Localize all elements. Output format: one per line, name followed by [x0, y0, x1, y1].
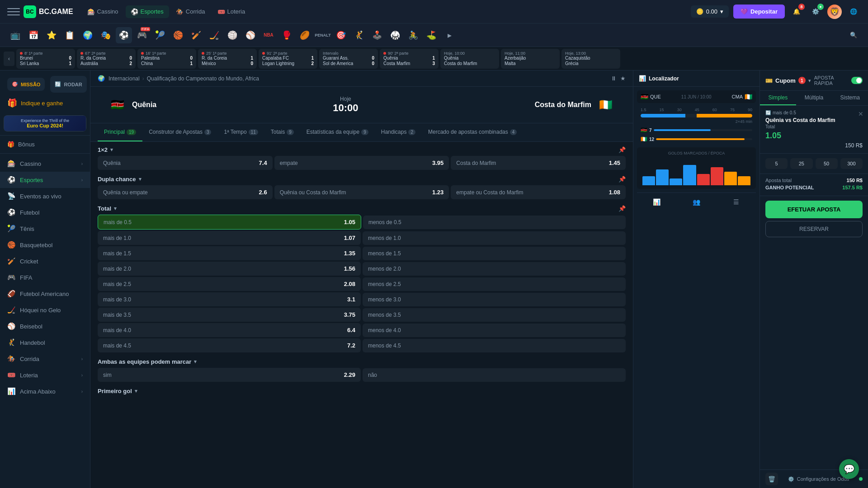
sidebar-item-basquetebol[interactable]: 🏀 Basquetebol [0, 237, 90, 253]
ambas-nao-cell[interactable]: não [363, 368, 626, 382]
amount-btn-50[interactable]: 50 [816, 158, 838, 169]
sidebar-item-corrida[interactable]: 🏇 Corrida › [0, 351, 90, 367]
delete-coupon-button[interactable]: 🗑️ [765, 473, 778, 485]
total-pin-icon[interactable]: 📌 [618, 205, 626, 212]
draw-bet-cell[interactable]: empate 3.95 [274, 156, 449, 170]
tab-1tempo[interactable]: 1ª Tempo 11 [217, 123, 264, 141]
handball-btn[interactable]: 🤾 [351, 27, 367, 43]
mais-25-cell[interactable]: mais de 2.5 2.08 [98, 277, 361, 291]
live-match-4[interactable]: 91' 2ª parte Capalaba FC1 Logan Lightnin… [259, 49, 317, 69]
coupon-tab-multipla[interactable]: Múltipla [796, 91, 832, 105]
hockey-btn[interactable]: 🏒 [206, 27, 222, 43]
live-match-0[interactable]: 8' 1ª parte Brunei0 Sri Lanka1 [16, 49, 75, 69]
soccer-btn[interactable]: ⚽ [116, 27, 132, 43]
sidebar-item-hoquei[interactable]: 🏒 Hóquei no Gelo [0, 302, 90, 318]
loc-tab-stats[interactable]: 📊 [650, 197, 664, 207]
esports2-btn[interactable]: 🕹️ [369, 27, 385, 43]
sidebar-item-cassino[interactable]: 🎰 Cassino › [0, 155, 90, 172]
tab-mercado[interactable]: Mercado de apostas combinadas 4 [422, 123, 523, 141]
balance-display[interactable]: 🪙 0.00 ▾ [691, 5, 729, 18]
menos-25-cell[interactable]: menos de 2.5 [363, 277, 626, 291]
basketball-btn[interactable]: 🏀 [170, 27, 186, 43]
sidebar-item-eventos[interactable]: 📡 Eventos ao vivo [0, 188, 90, 204]
tab-handicaps[interactable]: Handicaps 2 [375, 123, 422, 141]
world-sport-btn[interactable]: 🌍 [80, 27, 96, 43]
volleyball-btn[interactable]: 🏐 [224, 27, 241, 43]
live-match-1[interactable]: 67' 2ª parte R. da Coreia0 Austrália2 [77, 49, 136, 69]
tab-estatisticas[interactable]: Estatísticas da equipe 9 [300, 123, 375, 141]
sidebar-item-futebol-americano[interactable]: 🏈 Futebol Americano [0, 286, 90, 302]
mais-35-cell[interactable]: mais de 3.5 3.75 [98, 308, 361, 322]
breadcrumb-internacional[interactable]: Internacional [108, 75, 140, 82]
menos-05-cell[interactable]: menos de 0.5 [363, 216, 626, 229]
mais-10-cell[interactable]: mais de 1.0 1.07 [98, 231, 361, 245]
amount-btn-300[interactable]: 300 [840, 158, 863, 169]
live-match-5[interactable]: Intervalo Guarani Ass.0 Sol de America0 [319, 49, 378, 69]
tab-totais[interactable]: Totais 9 [264, 123, 300, 141]
sidebar-item-beisebol[interactable]: ⚾ Beisebol [0, 318, 90, 334]
sidebar-item-futebol[interactable]: ⚽ Futebol [0, 204, 90, 221]
euro-promo-banner[interactable]: Experience the Thrill of theEuro Cup 202… [4, 115, 86, 131]
tennis-btn[interactable]: 🎾 [152, 27, 168, 43]
menos-40-cell[interactable]: menos de 4.0 [363, 324, 626, 337]
cycling-btn[interactable]: 🚴 [405, 27, 421, 43]
nav-loteria[interactable]: 🎟️ Loteria [212, 5, 250, 18]
language-button[interactable]: 🌐 [846, 5, 861, 19]
live-sport-btn[interactable]: 📺 [7, 27, 24, 43]
tab-principal[interactable]: Principal 19 [98, 123, 142, 141]
live-bar-arrow-left[interactable]: ‹ [4, 52, 14, 66]
live-match-9[interactable]: Hoje, 13:00 Cazaquistão Grécia [561, 49, 620, 69]
fifa-btn[interactable]: 🎮FIFA [134, 27, 150, 43]
nav-cassino[interactable]: 🎰 Cassino [82, 5, 124, 18]
sidebar-item-loteria[interactable]: 🎟️ Loteria › [0, 367, 90, 383]
mais-20-cell[interactable]: mais de 2.0 1.56 [98, 262, 361, 276]
coupon-tab-simples[interactable]: Simples [760, 91, 796, 105]
menos-20-cell[interactable]: menos de 2.0 [363, 262, 626, 276]
sidebar-bonus[interactable]: 🎁 Bônus [0, 137, 90, 151]
dupla-cell-1[interactable]: Quênia ou Costa do Marfim 1.23 [274, 185, 449, 199]
mais-30-cell[interactable]: mais de 3.0 3.1 [98, 292, 361, 306]
sidebar-item-fifa[interactable]: 🎮 FIFA [0, 269, 90, 286]
amount-btn-5[interactable]: 5 [765, 158, 788, 169]
live-match-3[interactable]: 25' 1ª parte R. da Coreia1 México0 [198, 49, 257, 69]
menos-35-cell[interactable]: menos de 3.5 [363, 308, 626, 322]
match-stream-icon[interactable]: ⏸ [611, 75, 617, 82]
loc-tab-list[interactable]: ☰ [729, 197, 743, 207]
coupon-bet-close[interactable]: ✕ [858, 110, 863, 117]
breadcrumb-competition[interactable]: Qualificação do Campeonato do Mundo, Afr… [147, 75, 259, 82]
hamburger-menu[interactable] [7, 5, 20, 18]
tab-construtor[interactable]: Construtor de Apostas 3 [142, 123, 217, 141]
mais-15-cell[interactable]: mais de 1.5 1.35 [98, 246, 361, 260]
support-button[interactable]: 💬 [839, 459, 859, 479]
cricket-btn[interactable]: 🏏 [188, 27, 204, 43]
penalties-btn[interactable]: PENALT [315, 27, 331, 43]
search-sports-btn[interactable]: 🔍 [846, 28, 861, 42]
rugby-btn[interactable]: 🏉 [297, 27, 313, 43]
loc-tab-formation[interactable]: 👥 [689, 197, 703, 207]
menos-45-cell[interactable]: menos de 4.5 [363, 339, 626, 352]
live-match-2[interactable]: 16' 1ª parte Palestina0 China1 [137, 49, 196, 69]
favorites-sport-btn[interactable]: ⭐ [43, 27, 60, 43]
esports-btn[interactable]: 🎭 [98, 27, 114, 43]
more-btn[interactable]: ▸ [441, 27, 458, 43]
dupla-pin-icon[interactable]: 📌 [618, 176, 626, 183]
rapid-toggle[interactable] [851, 77, 863, 84]
reservar-button[interactable]: RESERVAR [765, 221, 863, 237]
menos-10-cell[interactable]: menos de 1.0 [363, 231, 626, 245]
nav-corrida[interactable]: 🏇 Corrida [171, 5, 211, 18]
sidebar-item-esportes[interactable]: ⚽ Esportes › [0, 172, 90, 188]
sidebar-item-cricket[interactable]: 🏏 Cricket [0, 253, 90, 269]
mma-btn[interactable]: 🥋 [387, 27, 403, 43]
team2-bet-cell[interactable]: Costa do Marfim 1.45 [451, 156, 626, 170]
golf-btn[interactable]: ⛳ [423, 27, 439, 43]
sidebar-item-tenis[interactable]: 🎾 Tênis [0, 221, 90, 237]
pin-icon[interactable]: 📌 [618, 146, 626, 153]
history-sport-btn[interactable]: 📋 [61, 27, 78, 43]
darts-btn[interactable]: 🎯 [333, 27, 349, 43]
live-match-6[interactable]: 90' 2ª parte Quênia1 Costa Marfim3 [380, 49, 439, 69]
menos-30-cell[interactable]: menos de 3.0 [363, 293, 626, 306]
boxing-btn[interactable]: 🥊 [278, 27, 295, 43]
mission-button[interactable]: 🎯 MISSÃO [7, 78, 45, 91]
schedule-sport-btn[interactable]: 📅 [25, 27, 42, 43]
road-button[interactable]: 🔄 RODAR [50, 76, 86, 93]
